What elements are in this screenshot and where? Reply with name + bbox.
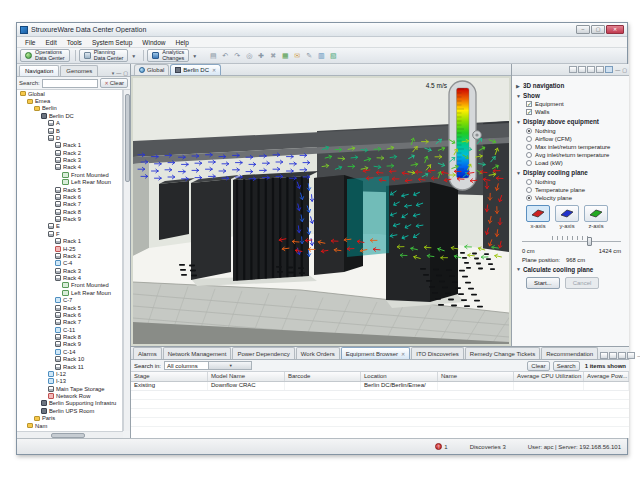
- pin-icon[interactable]: ✚: [256, 51, 266, 61]
- tree-item-rack-6[interactable]: Rack 6: [17, 193, 122, 200]
- bottom-tab-work-orders[interactable]: Work Orders: [296, 347, 340, 359]
- tree-item-rack-7[interactable]: Rack 7: [17, 201, 122, 208]
- menu-edit[interactable]: Edit: [40, 39, 61, 46]
- scrollbar-thumb[interactable]: [125, 94, 130, 182]
- redo-icon[interactable]: ↷: [232, 51, 242, 61]
- tree-item-h-25[interactable]: H-25: [17, 245, 122, 252]
- delete-icon[interactable]: ✖: [268, 51, 278, 61]
- list-view-icon[interactable]: [578, 66, 586, 73]
- 3d-room-view[interactable]: 4.5 m/s: [131, 76, 511, 346]
- outline-view-icon[interactable]: [569, 66, 577, 73]
- tools-icon[interactable]: ✎: [304, 51, 314, 61]
- menu-file[interactable]: File: [20, 39, 40, 46]
- tab-navigation[interactable]: Navigation: [19, 65, 59, 76]
- tree-item-rack-5[interactable]: Rack 5: [17, 186, 122, 193]
- tree-item-rack-11[interactable]: Rack 11: [17, 363, 122, 370]
- checkbox-icon[interactable]: [526, 101, 532, 107]
- tree-item-left-rear-moun[interactable]: Left Rear Moun: [17, 179, 122, 186]
- radio-icon[interactable]: [526, 144, 532, 150]
- tree-item-nam[interactable]: Nam: [17, 422, 122, 429]
- radio-plane-nothing[interactable]: Nothing: [526, 179, 625, 185]
- bottom-tab-remedy-change-tickets[interactable]: Remedy Change Tickets: [465, 347, 540, 359]
- tree-horizontal-scrollbar[interactable]: [17, 431, 123, 438]
- tree-item-rack-9[interactable]: Rack 9: [17, 341, 122, 348]
- bottom-tab-alarms[interactable]: Alarms: [133, 347, 162, 359]
- bottom-tab-ito-discoveries[interactable]: ITO Discoveries: [411, 347, 464, 359]
- tree-item-rack-2[interactable]: Rack 2: [17, 149, 122, 156]
- filter-view-icon[interactable]: [609, 352, 617, 359]
- tree-item-rack-2[interactable]: Rack 2: [17, 252, 122, 259]
- section-show[interactable]: ▼ Show: [516, 92, 625, 99]
- axis-button-z-axis[interactable]: [584, 205, 608, 222]
- plane-position-slider[interactable]: [522, 234, 621, 246]
- maximize-panel-icon[interactable]: ▢: [622, 67, 627, 73]
- radio-plane-temperature-plane[interactable]: Temperature plane: [526, 187, 625, 193]
- checkbox-walls[interactable]: Walls: [526, 109, 625, 115]
- chevron-down-icon[interactable]: ▼: [192, 53, 197, 59]
- tree-item-rack-1[interactable]: Rack 1: [17, 238, 122, 245]
- bottom-tab-power-dependency[interactable]: Power Dependency: [232, 347, 294, 359]
- tree-item-rack-1[interactable]: Rack 1: [17, 142, 122, 149]
- checkbox-icon[interactable]: [526, 109, 532, 115]
- tree-item-i-12[interactable]: I-12: [17, 370, 122, 377]
- tree-item-rack-8[interactable]: Rack 8: [17, 208, 122, 215]
- tree-item-e[interactable]: E: [17, 223, 122, 230]
- tree-item-global[interactable]: Global: [17, 90, 122, 97]
- undo-icon[interactable]: ↶: [220, 51, 230, 61]
- tree-item-berlin-dc[interactable]: Berlin DC: [17, 112, 122, 119]
- chevron-down-icon[interactable]: ▼: [131, 53, 136, 59]
- column-header-location[interactable]: Location: [361, 372, 438, 381]
- column-header-stage[interactable]: Stage: [131, 372, 208, 381]
- tree-item-c-4[interactable]: C-4: [17, 260, 122, 267]
- menu-window[interactable]: Window: [137, 39, 170, 46]
- axis-button-x-axis[interactable]: [526, 205, 550, 222]
- editor-tab-berlin-dc[interactable]: Berlin DC✕: [170, 64, 221, 75]
- options-view-icon[interactable]: [605, 66, 613, 73]
- menu-help[interactable]: Help: [170, 39, 193, 46]
- chevron-down-icon[interactable]: ▾: [112, 70, 115, 76]
- bottom-tab-recommendation[interactable]: Recommendation: [541, 347, 598, 359]
- clear-filter-button[interactable]: Clear: [527, 361, 549, 371]
- radio-icon[interactable]: [526, 136, 532, 142]
- tree-item-c-7[interactable]: C-7: [17, 297, 122, 304]
- section-display-above[interactable]: ▼ Display above equipment: [516, 118, 625, 125]
- table-view-icon[interactable]: [600, 352, 608, 359]
- perspective-operations[interactable]: Operations Data Center: [20, 49, 70, 62]
- column-header-name[interactable]: Name: [438, 372, 514, 381]
- perspective-planning[interactable]: Planning Data Center: [79, 49, 129, 62]
- tree-item-a[interactable]: A: [17, 120, 122, 127]
- editor-tab-global[interactable]: Global: [134, 64, 169, 75]
- search-input[interactable]: [42, 79, 99, 88]
- tree-item-rack-4[interactable]: Rack 4: [17, 164, 122, 171]
- close-tab-icon[interactable]: ✕: [401, 351, 405, 357]
- bottom-tab-equipment-browser[interactable]: Equipment Browser✕: [341, 347, 411, 359]
- minimize-panel-icon[interactable]: —: [116, 70, 121, 76]
- title-bar[interactable]: StruxureWare Data Center Operation – ▢ ✕: [17, 23, 627, 37]
- tree-item-berlin-ups-room[interactable]: Berlin UPS Room: [17, 407, 122, 414]
- 3d-view-canvas[interactable]: [133, 78, 509, 344]
- tree-item-f[interactable]: F: [17, 230, 122, 237]
- close-button[interactable]: ✕: [606, 25, 624, 34]
- export-icon[interactable]: ▥: [316, 51, 326, 61]
- tree-item-front-mounted[interactable]: Front Mounted: [17, 282, 122, 289]
- tree-item-c-14[interactable]: C-14: [17, 348, 122, 355]
- radio-display-nothing[interactable]: Nothing: [526, 128, 625, 134]
- section-cooling-plane[interactable]: ▼ Display cooling plane: [516, 169, 625, 176]
- import-icon[interactable]: ▧: [328, 51, 338, 61]
- close-tab-icon[interactable]: ✕: [212, 67, 216, 73]
- split-view-icon[interactable]: [587, 66, 595, 73]
- tree-vertical-scrollbar[interactable]: [123, 90, 130, 431]
- column-header-model-name[interactable]: Model Name: [208, 372, 285, 381]
- tree-item-rack-10[interactable]: Rack 10: [17, 356, 122, 363]
- tree-item-rack-3[interactable]: Rack 3: [17, 267, 122, 274]
- table-row[interactable]: ExistingDownflow CRACBerlin DC/Berlin/Em…: [131, 382, 629, 391]
- checkbox-equipment[interactable]: Equipment: [526, 101, 625, 107]
- start-button[interactable]: Start...: [526, 277, 560, 289]
- columns-view-icon[interactable]: [618, 352, 626, 359]
- minimize-panel-icon[interactable]: —: [615, 67, 620, 73]
- tree-item-network-row[interactable]: Network Row: [17, 392, 122, 399]
- perspective-analytics[interactable]: Analytics Changes: [147, 49, 189, 62]
- tab-genomes[interactable]: Genomes: [60, 65, 98, 76]
- column-header-average-cpu-utilization[interactable]: Average CPU Utilization ...: [514, 372, 584, 381]
- tree-item-i-13[interactable]: I-13: [17, 378, 122, 385]
